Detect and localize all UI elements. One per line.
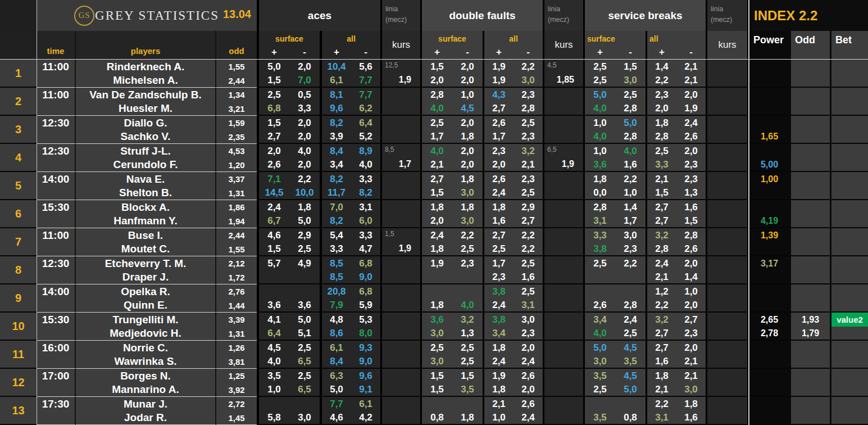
aces-stat-cell[interactable]: 6,4 (351, 116, 380, 130)
df-stat-cell[interactable]: 2,5 (422, 116, 452, 130)
sb-stat-cell[interactable]: 1,0 (676, 284, 706, 299)
df-stat-cell[interactable]: 2,0 (452, 116, 483, 130)
df-stat-cell[interactable]: 3,0 (452, 186, 483, 200)
index-odd-cell[interactable] (789, 172, 830, 186)
sb-stat-cell[interactable]: 2,4 (647, 256, 676, 270)
power-cell[interactable] (749, 60, 789, 74)
index-odd-cell[interactable] (789, 242, 830, 256)
sb-stat-cell[interactable]: 1,5 (676, 214, 706, 228)
bet-cell[interactable] (830, 158, 868, 172)
df-stat-cell[interactable]: 1,8 (452, 411, 483, 425)
bet-cell[interactable] (830, 228, 868, 242)
sb-stat-cell[interactable]: 2,0 (676, 144, 706, 158)
bet-cell[interactable] (830, 411, 868, 425)
aces-kurs-cell[interactable] (382, 88, 420, 116)
player-odd[interactable]: 3,37 (216, 172, 257, 186)
df-stat-cell[interactable]: 2,0 (513, 383, 543, 397)
sb-stat-cell[interactable]: 2,3 (676, 158, 706, 172)
bet-cell[interactable] (830, 74, 868, 88)
sb-stat-cell[interactable]: 3,0 (615, 228, 646, 242)
index-odd-cell[interactable] (789, 214, 830, 228)
power-cell[interactable] (749, 299, 789, 313)
sb-stat-cell[interactable]: 3,5 (585, 369, 615, 383)
player-name[interactable]: Borges N. (76, 369, 216, 383)
aces-stat-cell[interactable]: 7,7 (322, 397, 351, 411)
sb-kurs-cell[interactable] (707, 284, 747, 313)
df-stat-cell[interactable]: 3,5 (452, 383, 483, 397)
df-stat-cell[interactable] (422, 270, 452, 284)
sb-stat-cell[interactable]: 2,0 (647, 102, 676, 116)
aces-stat-cell[interactable]: 6,2 (351, 102, 380, 116)
player-odd[interactable]: 1,86 (216, 200, 257, 214)
aces-stat-cell[interactable] (259, 397, 289, 411)
df-stat-cell[interactable] (422, 284, 452, 299)
df-stat-cell[interactable]: 2,5 (513, 186, 543, 200)
match-number[interactable]: 4 (0, 144, 37, 172)
player-name[interactable]: Moutet C. (76, 242, 216, 256)
sb-kurs-cell[interactable] (707, 116, 747, 144)
aces-stat-cell[interactable]: 9,3 (351, 341, 380, 355)
aces-stat-cell[interactable]: 8,2 (351, 186, 380, 200)
sb-stat-cell[interactable]: 1,4 (676, 270, 706, 284)
aces-stat-cell[interactable] (259, 270, 289, 284)
df-kurs-cell[interactable]: 4,51,85 (544, 60, 583, 88)
aces-stat-cell[interactable]: 2,0 (259, 144, 289, 158)
sb-stat-cell[interactable]: 3,4 (585, 313, 615, 327)
df-stat-cell[interactable]: 0,8 (422, 411, 452, 425)
sb-stat-cell[interactable]: 2,6 (676, 130, 706, 144)
sb-stat-cell[interactable] (615, 284, 646, 299)
index-odd-cell[interactable] (789, 341, 830, 355)
sb-stat-cell[interactable]: 2,7 (647, 341, 676, 355)
sb-stat-cell[interactable]: 2,7 (647, 200, 676, 214)
aces-stat-cell[interactable]: 6,0 (351, 214, 380, 228)
sb-stat-cell[interactable]: 3,1 (585, 214, 615, 228)
df-kurs-cell[interactable] (544, 284, 583, 313)
aces-stat-cell[interactable]: 4,7 (351, 242, 380, 256)
aces-stat-cell[interactable]: 5,0 (289, 214, 320, 228)
df-stat-cell[interactable]: 2,0 (452, 74, 483, 88)
power-cell[interactable] (749, 74, 789, 88)
df-stat-cell[interactable]: 3,0 (422, 327, 452, 341)
aces-stat-cell[interactable]: 8,0 (351, 327, 380, 341)
sb-stat-cell[interactable]: 2,1 (676, 355, 706, 369)
aces-kurs-cell[interactable] (382, 116, 420, 144)
sb-stat-cell[interactable]: 1,0 (585, 144, 615, 158)
aces-stat-cell[interactable]: 4,6 (322, 411, 351, 425)
df-stat-cell[interactable]: 2,6 (484, 172, 513, 186)
match-number[interactable]: 8 (0, 256, 37, 284)
power-cell[interactable]: 1,39 (749, 228, 789, 242)
bet-cell[interactable] (830, 327, 868, 341)
aces-stat-cell[interactable] (289, 284, 320, 299)
df-stat-cell[interactable]: 4,5 (452, 102, 483, 116)
player-name[interactable]: Munar J. (76, 397, 216, 411)
aces-stat-cell[interactable]: 2,5 (289, 242, 320, 256)
match-time[interactable]: 17:00 (37, 369, 76, 397)
power-cell[interactable] (749, 102, 789, 116)
power-cell[interactable] (749, 369, 789, 383)
sb-kurs-cell[interactable] (707, 60, 747, 88)
df-stat-cell[interactable]: 2,2 (513, 60, 543, 74)
df-stat-cell[interactable]: 1,9 (484, 369, 513, 383)
df-stat-cell[interactable]: 3,2 (513, 144, 543, 158)
index-odd-cell[interactable]: 1,79 (789, 327, 830, 341)
sb-stat-cell[interactable]: 2,8 (615, 299, 646, 313)
aces-stat-cell[interactable]: 6,3 (322, 369, 351, 383)
aces-stat-cell[interactable]: 9,0 (351, 355, 380, 369)
sb-stat-cell[interactable]: 2,8 (585, 200, 615, 214)
match-time[interactable]: 14:00 (37, 284, 76, 313)
bet-cell[interactable] (830, 369, 868, 383)
aces-stat-cell[interactable]: 8,1 (322, 88, 351, 102)
sb-stat-cell[interactable]: 2,2 (647, 299, 676, 313)
sb-stat-cell[interactable]: 2,7 (647, 214, 676, 228)
aces-stat-cell[interactable]: 9,6 (351, 369, 380, 383)
sb-stat-cell[interactable]: 0,0 (585, 186, 615, 200)
player-odd[interactable]: 1,31 (216, 186, 257, 200)
df-stat-cell[interactable]: 2,6 (513, 369, 543, 383)
player-odd[interactable]: 3,81 (216, 355, 257, 369)
bet-cell[interactable] (830, 130, 868, 144)
bet-cell[interactable] (830, 383, 868, 397)
index-odd-cell[interactable]: 1,93 (789, 313, 830, 327)
df-stat-cell[interactable]: 2,5 (452, 242, 483, 256)
power-cell[interactable] (749, 411, 789, 425)
df-stat-cell[interactable]: 1,5 (422, 60, 452, 74)
